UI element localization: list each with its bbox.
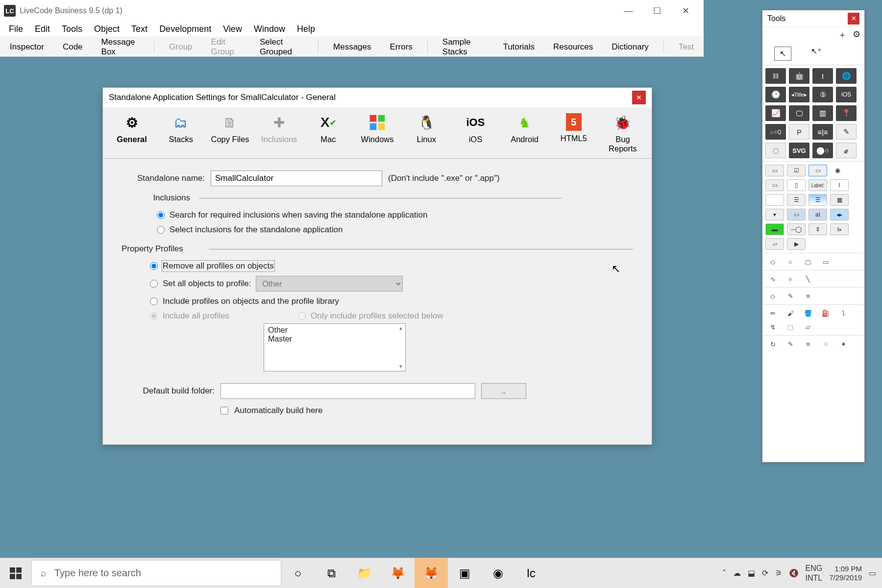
rotate-icon[interactable]: ↻	[765, 339, 780, 349]
wifi-icon[interactable]: ⚞	[775, 568, 782, 578]
maximize-button[interactable]: ☐	[643, 1, 671, 21]
eraser-icon[interactable]: ▱	[801, 321, 815, 332]
tab-html5[interactable]: 5HTML5	[550, 109, 598, 158]
lang-2[interactable]: INTL	[806, 573, 823, 583]
tb-dictionary[interactable]: Dictionary	[608, 40, 653, 54]
radio-tool[interactable]: ◉	[830, 165, 845, 175]
dialog-titlebar[interactable]: Standalone Application Settings for Smal…	[103, 88, 652, 107]
scroll-list-tool[interactable]: ☰	[808, 194, 827, 206]
notifications-icon[interactable]: ▭	[869, 568, 876, 578]
taskbar-search[interactable]: ⌕ Type here to search	[31, 560, 281, 586]
menu-tools[interactable]: Tools	[57, 22, 87, 36]
tb-select-grouped[interactable]: Select Grouped	[256, 35, 307, 59]
blank-tool[interactable]	[765, 194, 784, 206]
title-widget-icon[interactable]: ◂Title▸	[789, 87, 809, 102]
tab-stacks[interactable]: 🗂Stacks	[157, 109, 205, 158]
circle-shape-icon[interactable]: ○	[783, 256, 798, 267]
profiles-radio-include-lib[interactable]	[150, 297, 158, 305]
checkbox-tool[interactable]: ☑	[787, 165, 806, 176]
tab-ios[interactable]: iOSiOS	[451, 109, 499, 158]
tb-errors[interactable]: Errors	[386, 40, 416, 54]
menu-help[interactable]: Help	[292, 22, 320, 36]
table-tool[interactable]: ▦	[830, 194, 849, 206]
start-button[interactable]	[0, 558, 31, 588]
firefox-icon[interactable]: 🦊	[381, 558, 415, 588]
tb-code[interactable]: Code	[59, 40, 87, 54]
firefox-dev-icon[interactable]: 🦊	[415, 558, 448, 588]
globe-widget-icon[interactable]: 🌐	[836, 68, 857, 84]
close-button[interactable]: ✕	[671, 1, 700, 21]
auto-build-checkbox[interactable]	[220, 407, 228, 415]
pen2-icon[interactable]: ✎	[783, 339, 798, 349]
ios-widget-icon[interactable]: iOS	[836, 87, 857, 102]
tab-tool[interactable]: ▭	[787, 209, 806, 220]
tb-inspector[interactable]: Inspector	[6, 40, 48, 54]
text2-tool[interactable]: aI	[808, 209, 827, 220]
list-path-icon[interactable]: ≡	[801, 291, 815, 301]
tree-widget-icon[interactable]: ⸙	[836, 143, 857, 158]
button-tool[interactable]: ▭	[765, 165, 784, 176]
tab-linux[interactable]: 🐧Linux	[402, 109, 450, 158]
profiles-combo[interactable]: Other	[256, 276, 403, 292]
bucket-icon[interactable]: 🪣	[801, 308, 815, 318]
menu-text[interactable]: Text	[126, 22, 152, 36]
field-tool[interactable]: ▭	[765, 179, 784, 191]
curve-tool-icon[interactable]: ∿	[765, 273, 780, 284]
align-widget-icon[interactable]: ≡|≡	[812, 124, 833, 140]
dialog-close-button[interactable]: ✕	[632, 91, 646, 104]
switch-widget-icon[interactable]: ⬤○	[812, 143, 833, 158]
input-tool[interactable]: I	[830, 179, 849, 191]
label-tool[interactable]: Label:	[808, 179, 827, 191]
diamond-shape-icon[interactable]: ◇	[765, 256, 780, 267]
android-widget-icon[interactable]: 🤖	[789, 68, 809, 84]
dropbox-icon[interactable]: ⬓	[748, 568, 755, 578]
select-rect-icon[interactable]: ⬚	[783, 321, 798, 332]
html-widget-icon[interactable]: ⑤	[812, 87, 833, 102]
edit-path-icon[interactable]: ✎	[783, 291, 798, 301]
text-widget-icon[interactable]: I	[812, 68, 833, 84]
scroll-down-icon[interactable]: ▾	[397, 363, 404, 370]
livecode-taskbar-icon[interactable]: lc	[514, 558, 548, 588]
grid-icon[interactable]: ⁘	[818, 339, 833, 349]
add-icon[interactable]: ＋	[838, 29, 847, 41]
progress-tool[interactable]: ▬	[765, 223, 784, 235]
combo-tool[interactable]: ▾	[765, 209, 784, 220]
page-widget-icon[interactable]: P	[789, 124, 809, 140]
brush-icon[interactable]: 🖌	[783, 308, 798, 318]
tb-sample-stacks[interactable]: Sample Stacks	[439, 35, 489, 59]
menu-window[interactable]: Window	[249, 22, 290, 36]
list-tool[interactable]: ☰	[787, 194, 806, 206]
task-view-icon[interactable]: ⧉	[315, 558, 348, 588]
profiles-radio-remove[interactable]	[150, 262, 158, 270]
standalone-name-input[interactable]	[211, 171, 382, 186]
onedrive-icon[interactable]: ☁	[733, 568, 741, 578]
pointer-tool[interactable]: ↖	[774, 47, 791, 61]
menu-icon[interactable]: ≡	[801, 339, 815, 349]
pen-widget-icon[interactable]: ✎	[836, 124, 857, 140]
file-explorer-icon[interactable]: 📁	[348, 558, 381, 588]
chart-widget-icon[interactable]: 📈	[765, 105, 786, 121]
tab-mac[interactable]: X✔Mac	[304, 109, 352, 158]
tb-messages[interactable]: Messages	[329, 40, 375, 54]
slider-tool[interactable]: ─◯	[787, 223, 806, 235]
terminal-icon[interactable]: ▣	[448, 558, 481, 588]
arc-icon[interactable]: ⤵	[836, 308, 851, 318]
inclusions-radio-search[interactable]	[157, 211, 165, 219]
menu-view[interactable]: View	[218, 22, 247, 36]
browse-button[interactable]: ..	[481, 383, 526, 399]
menu-object[interactable]: Object	[89, 22, 124, 36]
rounded-rect-shape-icon[interactable]: ▢	[801, 256, 815, 267]
scroll-up-icon[interactable]: ▴	[397, 325, 404, 332]
clock-widget-icon[interactable]: 🕐	[765, 87, 786, 102]
tray-up-icon[interactable]: ˄	[722, 568, 726, 578]
tab-general[interactable]: ⚙General	[108, 109, 156, 158]
edit-tool[interactable]: ↖⁺	[811, 47, 821, 61]
minimize-button[interactable]: —	[614, 1, 643, 21]
menu-edit[interactable]: Edit	[30, 22, 55, 36]
cortana-icon[interactable]: ○	[281, 558, 315, 588]
player-tool[interactable]: ▶	[787, 238, 806, 250]
scrollbar-v-tool[interactable]: ⦀▸	[830, 223, 849, 235]
main-titlebar[interactable]: LC LiveCode Business 9.5 (dp 1) — ☐ ✕	[0, 0, 704, 22]
list-item[interactable]: Master	[268, 335, 401, 343]
gear-icon[interactable]: ⚙	[853, 29, 860, 41]
